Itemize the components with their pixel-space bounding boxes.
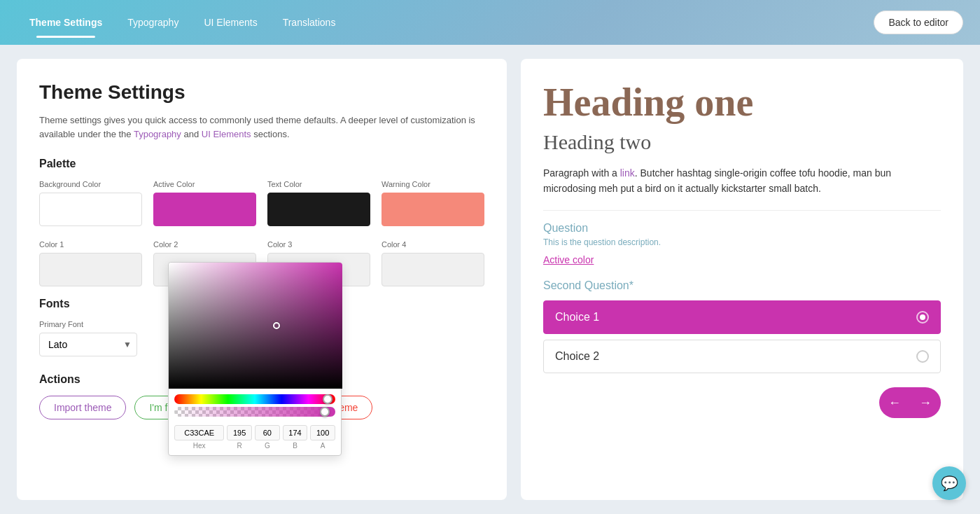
divider <box>543 210 941 211</box>
hue-slider[interactable] <box>174 394 335 404</box>
preview-heading-one: Heading one <box>543 81 941 125</box>
r-input[interactable] <box>227 425 252 440</box>
color3-label: Color 3 <box>267 240 370 249</box>
left-panel: Theme Settings Theme settings gives you … <box>17 59 507 500</box>
active-color-label: Active Color <box>153 180 256 188</box>
r-label: R <box>227 442 252 450</box>
b-label: B <box>283 442 308 450</box>
color1-swatch[interactable] <box>39 253 142 286</box>
warning-color-item: Warning Color <box>382 180 484 226</box>
prev-arrow-button[interactable]: ← <box>879 387 910 418</box>
color4-swatch[interactable] <box>382 253 484 286</box>
chat-bubble-button[interactable]: 💬 <box>932 466 966 500</box>
tab-theme-settings[interactable]: Theme Settings <box>17 11 115 34</box>
preview-heading-two: Heading two <box>543 130 941 154</box>
hex-input[interactable] <box>174 425 224 440</box>
tab-translations[interactable]: Translations <box>270 11 349 34</box>
preview-active-color-link[interactable]: Active color <box>543 254 941 265</box>
text-color-swatch[interactable] <box>267 193 370 226</box>
text-color-item: Text Color <box>267 180 370 226</box>
warning-color-swatch[interactable] <box>382 193 484 226</box>
choice-2-radio <box>916 350 929 363</box>
background-color-swatch[interactable] <box>39 193 142 226</box>
choice-1-radio <box>916 311 929 324</box>
color1-label: Color 1 <box>39 240 142 249</box>
color4-label: Color 4 <box>382 240 484 249</box>
b-input[interactable] <box>283 425 308 440</box>
color-inputs: Hex R G B A <box>169 422 341 455</box>
text-color-label: Text Color <box>267 180 370 188</box>
page-description: Theme settings gives you quick access to… <box>39 113 484 141</box>
top-navigation: Theme Settings Typography UI Elements Tr… <box>0 0 980 45</box>
palette-title: Palette <box>39 158 484 170</box>
tab-ui-elements[interactable]: UI Elements <box>191 11 270 34</box>
hex-input-group: Hex <box>174 425 224 450</box>
color-grid-row1: Background Color Active Color Text Color… <box>39 180 484 226</box>
active-color-item: Active Color <box>153 180 256 226</box>
tab-typography[interactable]: Typography <box>115 11 191 34</box>
choice-2-option[interactable]: Choice 2 <box>543 340 941 373</box>
primary-font-select[interactable]: Lato Roboto Open Sans <box>39 333 137 356</box>
color-picker-popup[interactable]: Hex R G B A <box>168 262 342 456</box>
b-input-group: B <box>283 425 308 450</box>
back-to-editor-button[interactable]: Back to editor <box>874 11 963 34</box>
color2-label: Color 2 <box>153 240 256 249</box>
g-input[interactable] <box>255 425 280 440</box>
color1-item: Color 1 <box>39 240 142 286</box>
preview-second-question: Second Question* <box>543 279 941 292</box>
color-picker-handle[interactable] <box>273 322 280 329</box>
primary-font-selector[interactable]: Lato Roboto Open Sans ▼ <box>39 333 137 356</box>
ui-elements-link[interactable]: UI Elements <box>202 129 251 139</box>
preview-question-description: This is the question description. <box>543 237 941 247</box>
alpha-slider-container[interactable] <box>174 407 335 417</box>
nav-tabs: Theme Settings Typography UI Elements Tr… <box>17 11 348 34</box>
a-input[interactable] <box>310 425 335 440</box>
radio-dot <box>920 314 925 320</box>
choice-1-label: Choice 1 <box>555 311 599 324</box>
r-input-group: R <box>227 425 252 450</box>
color4-item: Color 4 <box>382 240 484 286</box>
warning-color-label: Warning Color <box>382 180 484 188</box>
alpha-slider <box>174 407 335 417</box>
chat-icon: 💬 <box>941 475 958 492</box>
typography-link[interactable]: Typography <box>134 129 181 139</box>
page-title: Theme Settings <box>39 81 484 104</box>
a-input-group: A <box>310 425 335 450</box>
active-color-swatch[interactable] <box>153 193 256 226</box>
preview-paragraph-link[interactable]: link <box>620 167 635 179</box>
left-arrow-icon: ← <box>888 396 901 410</box>
import-theme-button[interactable]: Import theme <box>39 396 126 419</box>
g-input-group: G <box>255 425 280 450</box>
alpha-slider-thumb[interactable] <box>320 407 330 417</box>
preview-paragraph: Paragraph with a link. Butcher hashtag s… <box>543 165 941 197</box>
a-label: A <box>310 442 335 450</box>
g-label: G <box>255 442 280 450</box>
choice-1-option[interactable]: Choice 1 <box>543 300 941 334</box>
choice-2-label: Choice 2 <box>555 350 599 363</box>
background-color-label: Background Color <box>39 180 142 188</box>
main-content: Theme Settings Theme settings gives you … <box>0 45 980 514</box>
right-arrow-icon: → <box>919 396 932 410</box>
next-arrow-button[interactable]: → <box>910 387 941 418</box>
navigation-arrows: ← → <box>543 387 941 418</box>
preview-panel: Heading one Heading two Paragraph with a… <box>521 59 963 500</box>
color-gradient-area[interactable] <box>169 263 342 389</box>
hex-label: Hex <box>174 442 224 450</box>
hue-slider-thumb[interactable] <box>323 394 332 404</box>
preview-question-label: Question <box>543 222 941 235</box>
background-color-item: Background Color <box>39 180 142 226</box>
